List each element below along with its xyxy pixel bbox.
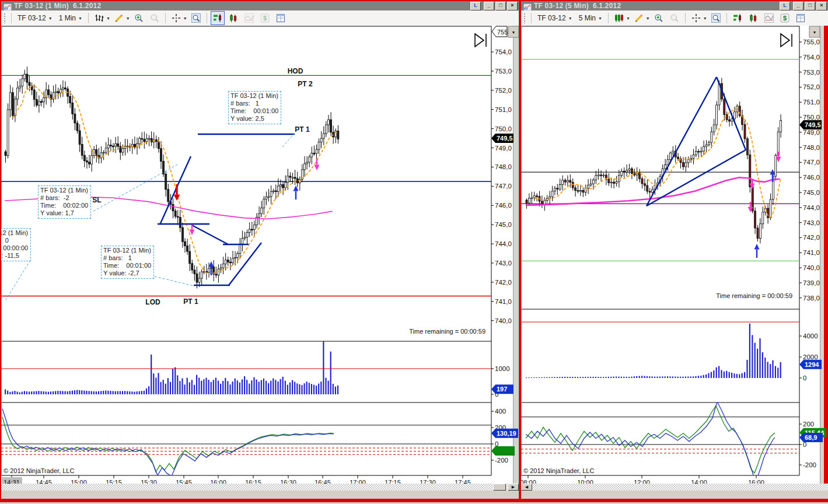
svg-text:744,0: 744,0 (803, 204, 820, 211)
chevron-down-icon: ▼ (598, 16, 602, 20)
instrument-selector-label: TF 03-12 (537, 14, 566, 22)
svg-text:747,0: 747,0 (803, 159, 820, 166)
svg-text:SL: SL (92, 196, 101, 204)
svg-text:739,0: 739,0 (803, 279, 820, 286)
svg-text:754,0: 754,0 (803, 54, 820, 61)
window-title: TF 03-12 (5 Min) 6.1.2012 (534, 2, 621, 10)
svg-text:753,0: 753,0 (495, 68, 512, 75)
maximize-button[interactable]: □ (495, 2, 506, 10)
data-box-icon[interactable] (189, 11, 203, 25)
svg-text:743,0: 743,0 (495, 260, 512, 267)
svg-text:Time remaining = 00:00:59: Time remaining = 00:00:59 (409, 328, 485, 335)
svg-text:1294: 1294 (805, 361, 819, 368)
titlebar[interactable]: TF 03-12 (5 Min) 6.1.2012 L_□× (521, 1, 828, 10)
chevron-down-icon[interactable]: ▼ (183, 16, 187, 20)
svg-text:© 2012 NinjaTrader, LLC: © 2012 NinjaTrader, LLC (4, 467, 74, 474)
chart-trader-icon[interactable] (211, 11, 225, 25)
zoom-in-icon[interactable] (652, 11, 666, 25)
svg-text:0: 0 (803, 374, 806, 382)
scrollbar-thumb[interactable] (493, 484, 506, 491)
data-box-icon[interactable] (709, 11, 723, 25)
svg-text:▼: ▼ (512, 30, 516, 34)
crosshair-selector-icon[interactable] (169, 11, 183, 25)
svg-text:740,0: 740,0 (495, 317, 512, 324)
interval-selector[interactable]: 5 Min▼ (577, 13, 605, 23)
ninjatrader-workspace: { "glyphs":{"dropdown":"▼","scale_dropdo… (0, 0, 828, 504)
toolbar-separator (531, 13, 532, 23)
minimize-button[interactable]: _ (484, 2, 494, 10)
dollar-tool-icon[interactable]: $ (778, 11, 792, 25)
close-button[interactable]: × (816, 2, 827, 10)
toolbar-grip[interactable] (523, 13, 526, 23)
svg-text:130,19: 130,19 (497, 430, 516, 437)
crosshair-selector-icon[interactable] (689, 11, 703, 25)
svg-text:749,0: 749,0 (803, 129, 820, 136)
window-controls: L_□× (470, 2, 518, 10)
svg-text:749,5: 749,5 (497, 135, 513, 142)
svg-text:4000: 4000 (803, 332, 818, 340)
data-series-properties-icon[interactable] (794, 11, 808, 25)
svg-text:748,0: 748,0 (495, 163, 512, 170)
chart-window-5min: TF 03-12 (5 Min) 6.1.2012 L_□× TF 03-12▼… (521, 1, 828, 499)
toolbar-separator (11, 13, 12, 23)
link-button[interactable]: L (780, 2, 790, 10)
instrument-selector[interactable]: TF 03-12▼ (15, 13, 55, 23)
svg-text:748,0: 748,0 (803, 144, 820, 151)
draw-tool-icon[interactable] (112, 11, 126, 25)
chart-window-1min: TF 03-12 (1 Min) 6.1.2012 L_□× TF 03-12▼… (1, 1, 519, 499)
chevron-down-icon[interactable]: ▼ (106, 16, 110, 20)
draw-tool-icon[interactable] (632, 11, 646, 25)
chart-canvas[interactable]: 755,0754,0753,0752,0751,0750,0749,0748,0… (521, 26, 828, 491)
dollar-tool-icon: $ (258, 11, 272, 25)
chevron-down-icon[interactable]: ▼ (646, 16, 650, 20)
titlebar[interactable]: TF 03-12 (1 Min) 6.1.2012 L_□× (1, 1, 519, 10)
interval-selector[interactable]: 1 Min▼ (57, 13, 85, 23)
svg-text:752,0: 752,0 (803, 83, 820, 90)
chevron-down-icon: ▼ (48, 16, 53, 20)
data-series-properties-icon[interactable] (274, 11, 288, 25)
svg-text:741,0: 741,0 (803, 249, 820, 256)
price-scale-dropdown[interactable]: ▼ (508, 26, 519, 37)
svg-text:738,0: 738,0 (803, 295, 820, 302)
bar-type-selector-icon[interactable] (92, 11, 106, 25)
price-scale-dropdown[interactable]: ▼ (809, 26, 820, 37)
chevron-down-icon[interactable]: ▼ (626, 16, 630, 20)
chart-tooltip: TF 03-12 (1 Min) # bars: 1 Time: 00:01:0… (101, 246, 154, 279)
zoom-out-icon (148, 11, 162, 25)
toolbar-grip[interactable] (4, 13, 6, 23)
svg-text:743,0: 743,0 (803, 219, 820, 226)
chevron-down-icon[interactable]: ▼ (126, 16, 130, 20)
toolbar-separator (88, 13, 89, 23)
svg-text:68,9: 68,9 (805, 434, 817, 441)
minimize-button[interactable]: _ (793, 2, 803, 10)
chart-tooltip: TF 03-12 (1 Min) # bars: 1 Time: 00:01:0… (228, 91, 281, 124)
scroll-left-button[interactable]: ◀ (521, 484, 532, 491)
chart-overlay-icon[interactable] (762, 11, 776, 25)
horizontal-scrollbar[interactable]: ◀ (521, 484, 828, 491)
bar-spacing-icon[interactable] (226, 11, 240, 25)
svg-text:752,0: 752,0 (495, 87, 512, 94)
chart-area[interactable]: 755,0754,0753,0752,0751,0750,0749,0748,0… (521, 26, 828, 491)
svg-text:HOD: HOD (288, 67, 303, 75)
horizontal-scrollbar[interactable]: ▶ (1, 484, 519, 491)
bar-spacing-icon[interactable] (746, 11, 760, 25)
instrument-selector[interactable]: TF 03-12▼ (535, 13, 575, 23)
close-button[interactable]: × (507, 2, 518, 10)
svg-text:745,0: 745,0 (495, 221, 512, 228)
svg-text:2000: 2000 (803, 354, 818, 360)
volume-panel (526, 324, 781, 379)
svg-text:$: $ (783, 15, 787, 22)
scroll-right-button[interactable]: ▶ (508, 484, 519, 491)
chart-trader-icon[interactable] (731, 11, 745, 25)
zoom-in-icon[interactable] (132, 11, 146, 25)
chevron-down-icon[interactable]: ▼ (703, 16, 707, 20)
svg-text:746,0: 746,0 (803, 174, 820, 181)
chart-area[interactable]: 754,0753,0752,0751,0750,0749,0748,0747,0… (1, 26, 519, 491)
maximize-button[interactable]: □ (805, 2, 815, 10)
link-button[interactable]: L (470, 2, 481, 10)
instrument-selector-label: TF 03-12 (18, 14, 46, 22)
chart-tooltip: TF 03-12 (1 Min) # bars: -2 Time: 00:02:… (38, 186, 91, 219)
bar-type-selector-icon[interactable] (612, 11, 626, 25)
ma-orange-dashed (13, 86, 338, 274)
svg-text:PT 1: PT 1 (295, 125, 310, 134)
